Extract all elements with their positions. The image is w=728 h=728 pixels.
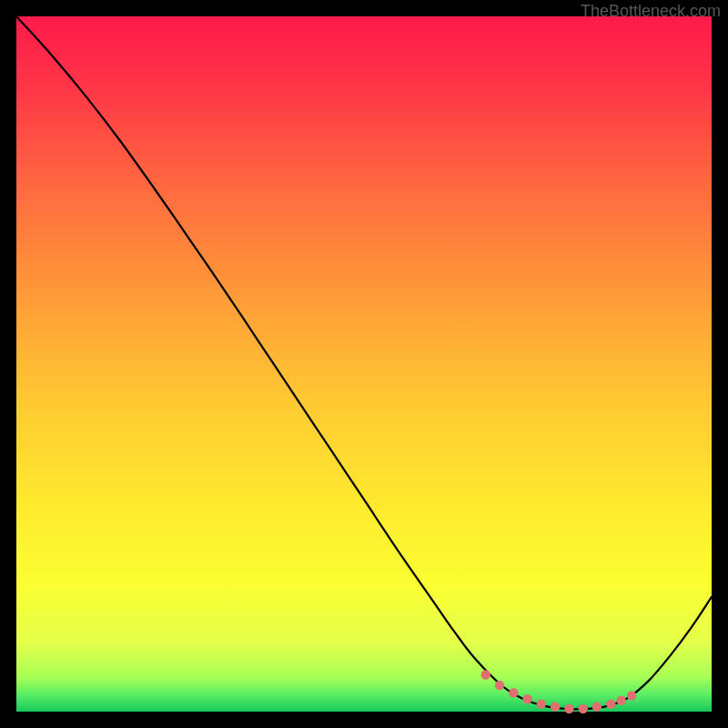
optimal-marker	[522, 694, 531, 703]
optimal-marker	[616, 696, 625, 705]
optimal-marker	[592, 702, 602, 711]
optimal-marker	[509, 688, 518, 697]
optimal-marker	[495, 681, 504, 690]
optimal-marker	[564, 704, 573, 713]
curve-layer	[16, 16, 712, 712]
bottleneck-curve	[16, 16, 712, 709]
watermark-text: TheBottleneck.com	[581, 2, 721, 21]
optimal-marker	[606, 699, 615, 708]
optimal-marker	[627, 691, 636, 700]
optimal-marker	[578, 704, 587, 713]
optimal-marker	[537, 699, 546, 708]
optimal-marker	[481, 670, 490, 679]
optimal-marker	[551, 702, 560, 711]
optimal-region-markers	[481, 670, 637, 713]
chart-container: TheBottleneck.com	[0, 0, 728, 728]
plot-area	[16, 16, 712, 712]
